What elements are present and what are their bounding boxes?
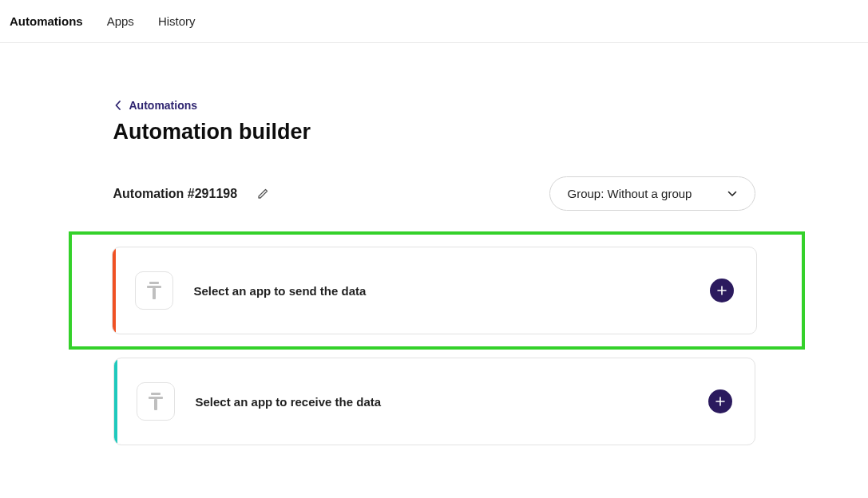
placeholder-icon [146,282,162,299]
accent-receive [114,358,117,445]
plus-icon [717,286,727,295]
group-select[interactable]: Group: Without a group [549,176,755,211]
add-receive-app-button[interactable] [708,389,732,413]
highlight-box: Select an app to send the data [69,231,805,350]
svg-rect-4 [149,397,163,399]
step-card-receive[interactable]: Select an app to receive the data [113,358,755,445]
chevron-left-icon [115,101,121,110]
page-title: Automation builder [113,120,755,144]
plus-icon [715,397,725,406]
edit-name-button[interactable] [256,188,269,200]
title-row: Automation #291198 Group: Without a grou… [113,176,755,211]
content: Automations Automation builder Automatio… [113,43,755,445]
chevron-down-icon [727,191,737,197]
svg-rect-3 [151,393,161,395]
step2-wrap: Select an app to receive the data [113,358,755,445]
step-receive-text: Select an app to receive the data [196,395,708,409]
automation-name: Automation #291198 [113,187,238,201]
nav-tab-automations[interactable]: Automations [10,14,83,28]
svg-rect-5 [154,399,157,410]
nav-tab-apps[interactable]: Apps [107,14,134,28]
app-placeholder-icon [137,382,175,421]
placeholder-icon [148,393,164,410]
svg-rect-2 [153,288,156,299]
add-send-app-button[interactable] [710,279,734,302]
accent-send [113,247,116,334]
app-placeholder-icon [135,271,173,310]
top-nav: Automations Apps History [0,0,868,43]
step-send-text: Select an app to send the data [194,284,710,298]
pencil-icon [256,188,269,200]
breadcrumb[interactable]: Automations [113,99,755,112]
svg-rect-0 [149,282,159,284]
svg-rect-1 [147,286,161,288]
step-card-send[interactable]: Select an app to send the data [112,247,757,334]
breadcrumb-label: Automations [129,99,198,112]
group-select-label: Group: Without a group [568,187,692,200]
nav-tab-history[interactable]: History [158,14,196,28]
title-left: Automation #291198 [113,187,270,201]
